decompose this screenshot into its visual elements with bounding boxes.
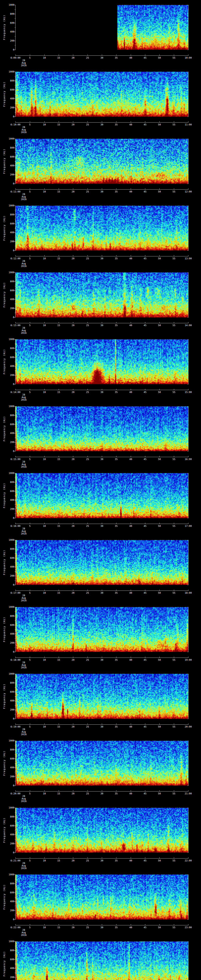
spectrogram-canvas — [16, 674, 188, 719]
spectrogram-panel: 10008006004002000Frequency (Hz)6:10:0051… — [0, 67, 201, 134]
y-axis-tick-label: 600 — [5, 423, 14, 426]
y-axis-tick-label: 1000 — [5, 3, 14, 6]
x-axis-tick-label: 55 — [170, 725, 178, 728]
y-axis-tick-label: 800 — [5, 347, 14, 350]
x-axis-tick — [145, 54, 145, 56]
y-axis-tick-label: 800 — [5, 481, 14, 484]
y-axis-tick — [14, 215, 15, 215]
x-axis-tick-label: 35 — [112, 257, 120, 260]
y-axis-tick — [14, 157, 15, 157]
end-time-label: 21:00 — [181, 792, 195, 795]
x-axis-tick-label: 15 — [55, 859, 62, 862]
x-axis-tick — [116, 389, 116, 390]
date-label: 28 — [15, 862, 33, 865]
y-axis-line — [15, 406, 16, 452]
x-axis-tick — [131, 121, 131, 122]
y-axis-tick-label: 200 — [5, 508, 14, 511]
date-label: 2016 — [15, 733, 33, 736]
x-axis-tick-label: 55 — [170, 123, 178, 126]
y-axis-tick-label: 800 — [5, 80, 14, 82]
x-axis-tick-label: 25 — [84, 659, 91, 661]
x-axis-tick-label: 55 — [170, 190, 178, 193]
spectrogram-panel: 10008006004002000Frequency (Hz)6:18:0051… — [0, 602, 201, 669]
y-axis-minor-tick — [15, 772, 15, 772]
x-axis-tick — [116, 924, 116, 925]
date-label: 2016 — [15, 867, 33, 870]
y-axis-minor-tick-right — [188, 946, 188, 946]
y-axis-tick-label: 200 — [5, 641, 14, 644]
y-axis-minor-tick — [15, 161, 15, 162]
y-axis-minor-tick-right — [188, 781, 188, 781]
x-axis-tick — [59, 456, 59, 457]
y-axis-minor-tick-right — [188, 504, 188, 505]
x-axis-tick-label: 25 — [84, 324, 91, 327]
y-axis-line — [15, 72, 16, 117]
y-axis-tick — [14, 808, 15, 808]
y-axis-tick-label: 1000 — [5, 807, 14, 809]
y-axis-minor-tick — [15, 210, 15, 210]
x-axis-tick-label: 40 — [127, 257, 135, 260]
x-axis-tick-label: 25 — [84, 123, 91, 126]
y-axis-tick-label: 0 — [5, 851, 14, 854]
y-axis-tick-label: 200 — [5, 106, 14, 109]
x-axis-tick-label: 15 — [55, 725, 62, 728]
y-axis-tick-label: 800 — [5, 815, 14, 818]
x-axis-tick-label: 15 — [55, 592, 62, 594]
x-axis-tick-label: 40 — [127, 659, 135, 661]
y-axis-minor-tick-right — [188, 27, 188, 28]
y-axis-tick-label: 600 — [5, 757, 14, 760]
date-label: 2016 — [15, 131, 33, 134]
y-axis-tick — [14, 165, 15, 166]
x-axis-tick-label: 30 — [98, 926, 106, 929]
y-axis-tick-right — [187, 634, 188, 634]
x-axis-tick — [188, 523, 188, 524]
y-axis-minor-tick-right — [188, 170, 188, 170]
x-axis-tick-label: 55 — [170, 525, 178, 527]
x-axis-tick-label: 25 — [84, 792, 91, 795]
y-axis-minor-tick-right — [188, 295, 188, 295]
right-axis-line — [188, 406, 188, 452]
y-axis-tick-label: 600 — [5, 490, 14, 493]
y-axis-tick-right — [187, 32, 188, 32]
right-axis-line — [188, 339, 188, 384]
y-axis-tick-label: 0 — [5, 450, 14, 453]
x-axis-tick-label: 40 — [127, 391, 135, 394]
y-axis-tick-label: 1000 — [5, 70, 14, 73]
y-axis-minor-tick-right — [188, 678, 188, 679]
y-axis-minor-tick — [15, 888, 15, 888]
date-label: 28 — [15, 929, 33, 931]
y-axis-tick-label: 600 — [5, 891, 14, 894]
y-axis-title: Frequency (Hz) — [3, 478, 6, 513]
date-label: Aug — [15, 128, 33, 131]
y-axis-tick-label: 200 — [5, 574, 14, 577]
spectrogram-panel: 10008006004002000Frequency (Hz)6:21:0051… — [0, 803, 201, 870]
y-axis-tick-label: 0 — [5, 249, 14, 252]
date-label: 28 — [15, 59, 33, 62]
y-axis-tick — [14, 317, 15, 318]
y-axis-tick-label: 600 — [5, 958, 14, 961]
y-axis-tick — [14, 41, 15, 41]
y-axis-minor-tick — [15, 763, 15, 764]
y-axis-tick-label: 800 — [5, 414, 14, 417]
x-axis-tick — [145, 523, 145, 524]
x-axis-tick-label: 5 — [26, 792, 34, 795]
y-axis-minor-tick-right — [188, 638, 188, 639]
spectrogram-canvas — [16, 808, 188, 853]
y-axis-tick-label: 400 — [5, 833, 14, 836]
x-axis-tick-label: 30 — [98, 458, 106, 461]
x-axis-line — [15, 323, 188, 323]
x-axis-tick-label: 25 — [84, 190, 91, 193]
y-axis-tick-label: 200 — [5, 40, 14, 42]
date-label: Aug — [15, 463, 33, 466]
x-axis-tick-label: 45 — [141, 391, 149, 394]
y-axis-line — [15, 205, 16, 251]
y-axis-minor-tick — [15, 362, 15, 362]
date-label: Aug — [15, 329, 33, 332]
y-axis-minor-tick — [15, 754, 15, 754]
spectrogram-panel: 10008006004002000Frequency (Hz)6:20:0051… — [0, 736, 201, 803]
date-label: 28 — [15, 326, 33, 329]
x-axis-tick — [131, 322, 131, 323]
date-label: Aug — [15, 396, 33, 399]
x-axis-tick — [145, 857, 145, 858]
x-axis-tick-label: 30 — [98, 792, 106, 795]
